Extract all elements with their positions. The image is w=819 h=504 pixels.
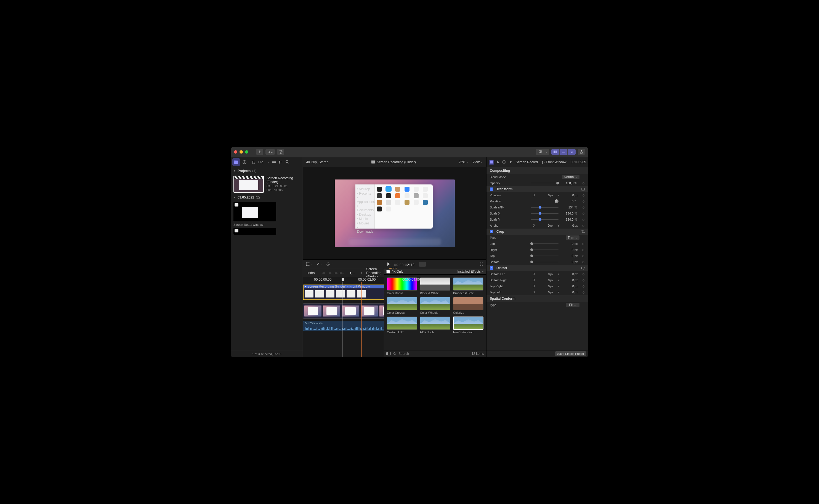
rotation-reset[interactable]: ◇	[581, 199, 585, 203]
save-preset-button[interactable]: Save Effects Preset	[555, 351, 586, 356]
viewer[interactable]: • AirDrop• Recents• Applications• Docume…	[303, 167, 486, 259]
toggle-browser[interactable]	[536, 149, 543, 155]
color-inspector-tab[interactable]	[495, 159, 500, 165]
effects-search-input[interactable]	[398, 352, 469, 356]
transform-section[interactable]: ✓Transform	[486, 186, 588, 192]
hide-rejected-menu[interactable]: Hid…⌄	[257, 160, 271, 164]
playhead-marker[interactable]	[342, 278, 344, 282]
titles-tab[interactable]	[249, 158, 257, 166]
event-clip-2[interactable]	[234, 228, 276, 235]
crop-section[interactable]: ✓Crop	[486, 229, 588, 235]
close-window[interactable]	[234, 150, 237, 154]
effect-color-curves[interactable]: Color Curves	[387, 297, 417, 314]
distort-icon[interactable]	[581, 266, 585, 270]
4k-only-checkbox[interactable]	[386, 270, 390, 274]
crop-left-value[interactable]: 0	[559, 242, 573, 245]
distort-checkbox[interactable]: ✓	[490, 266, 493, 270]
rotation-value[interactable]: 0	[559, 200, 573, 203]
crop-bottom-value[interactable]: 0	[559, 260, 573, 264]
insert-icon[interactable]: ▭	[327, 271, 333, 275]
scale-y-slider[interactable]	[531, 219, 558, 220]
effect-broadcast-safe[interactable]: Broadcast Safe	[453, 277, 483, 295]
library-tab[interactable]	[232, 158, 240, 166]
audio-clip[interactable]: FaceTime Audio	[303, 321, 384, 331]
transform-menu[interactable]: ⌄	[306, 262, 313, 266]
view-menu[interactable]: View⌄	[472, 160, 483, 164]
timeline-body[interactable]: ▸ Screen Recording (Finder) - Front Wind…	[303, 282, 384, 357]
position-y[interactable]: 0	[560, 194, 574, 197]
effect-hdr-tools[interactable]: HDR Tools	[420, 317, 450, 334]
crop-icon[interactable]	[581, 230, 585, 234]
distort-section[interactable]: ✓Distort	[486, 265, 588, 271]
crop-checkbox[interactable]: ✓	[490, 230, 493, 233]
import-button[interactable]	[256, 149, 263, 155]
effect-hue-sat[interactable]: Hue/Saturation	[453, 317, 483, 334]
effect-colorize[interactable]: Colorize	[453, 297, 483, 314]
connect-above-icon[interactable]: ▭	[321, 271, 327, 275]
crop-bottom-slider[interactable]	[531, 262, 558, 262]
scale-x-value[interactable]: 134,0	[559, 212, 573, 215]
position-x[interactable]: 0	[536, 194, 550, 197]
list-view[interactable]	[278, 158, 284, 166]
photos-tab[interactable]	[241, 158, 248, 166]
effect-color-wheels[interactable]: Color Wheels	[420, 297, 450, 314]
projects-disclosure[interactable]: ▼ Projects (1)	[231, 167, 303, 175]
blend-mode-select[interactable]: Normal ⌄	[562, 175, 579, 179]
zoom-menu[interactable]: 25%⌄	[459, 160, 469, 164]
crop-type-select[interactable]: Trim ⌄	[566, 235, 579, 240]
rotation-dial[interactable]	[555, 199, 558, 203]
retime-menu[interactable]: ⌄	[326, 262, 333, 266]
anchor-x[interactable]: 0	[536, 224, 550, 227]
clip-2[interactable]	[303, 303, 384, 319]
arrow-tool[interactable]: ⌄	[350, 271, 355, 275]
scale-y-value[interactable]: 134,0	[559, 218, 573, 221]
transform-icon[interactable]	[581, 187, 585, 191]
fullscreen-button[interactable]	[480, 262, 483, 266]
toggle-browser-menu[interactable]: ⌄	[544, 149, 549, 155]
minimize-window[interactable]	[240, 150, 243, 154]
crop-right-slider[interactable]	[531, 250, 558, 250]
background-tasks[interactable]	[277, 149, 284, 155]
enhance-menu[interactable]: ⌄	[316, 262, 323, 266]
spatial-type-select[interactable]: Fit ⌄	[566, 303, 579, 307]
opacity-value[interactable]: 100,0	[559, 181, 573, 185]
playhead-line[interactable]	[342, 282, 343, 357]
timecode-display[interactable]: 00:00:02:12	[394, 261, 414, 267]
crop-right-value[interactable]: 0	[559, 248, 573, 251]
effect-custom-lut[interactable]: Custom LUT	[387, 317, 417, 334]
spatial-section[interactable]: Spatial Conform	[486, 295, 588, 302]
toggle-inspector-panel[interactable]	[568, 149, 575, 155]
filmstrip-view[interactable]	[271, 158, 277, 166]
append-icon[interactable]: ▭	[333, 271, 339, 275]
crop-top-slider[interactable]	[531, 256, 558, 256]
crop-left-slider[interactable]	[531, 243, 558, 244]
share-inspector-tab[interactable]	[508, 159, 513, 165]
timeline-ruler[interactable]: 00:00:00:00 00:00:02:00 00:00:04:00	[303, 277, 384, 282]
opacity-reset[interactable]: ◇	[581, 181, 585, 185]
transform-checkbox[interactable]: ✓	[490, 187, 493, 191]
toggle-effects-panel[interactable]	[551, 149, 559, 155]
timeline-back[interactable]: ‹	[361, 271, 362, 275]
video-inspector-tab[interactable]	[489, 160, 494, 165]
info-inspector-tab[interactable]	[501, 159, 507, 165]
scale-slider[interactable]	[531, 207, 558, 208]
clip-1[interactable]: ▸ Screen Recording (Finder) - Front Wind…	[303, 285, 384, 300]
scale-reset[interactable]: ◇	[581, 205, 585, 209]
anchor-y[interactable]: 0	[560, 224, 574, 227]
effects-sort-menu[interactable]: Installed Effects⌄	[457, 270, 484, 274]
maximize-window[interactable]	[245, 150, 248, 154]
effects-sidebar-toggle[interactable]	[386, 352, 391, 355]
position-reset[interactable]: ◇	[581, 193, 585, 197]
event-disclosure[interactable]: ▼ 03.05.2021 (2)	[231, 194, 303, 201]
index-button[interactable]: Index	[306, 271, 317, 275]
keyword-button[interactable]	[266, 149, 275, 155]
search-browser[interactable]	[284, 158, 290, 166]
play-button[interactable]	[387, 262, 390, 266]
event-clip-1[interactable]	[234, 202, 276, 221]
crop-top-value[interactable]: 0	[559, 254, 573, 258]
compositing-section[interactable]: Compositing	[486, 167, 588, 174]
toggle-timeline-panel[interactable]	[559, 149, 567, 155]
overwrite-icon[interactable]: ▭⌄	[339, 271, 345, 275]
share-button[interactable]	[578, 149, 585, 155]
effect-bw[interactable]: Black & White	[420, 277, 450, 295]
